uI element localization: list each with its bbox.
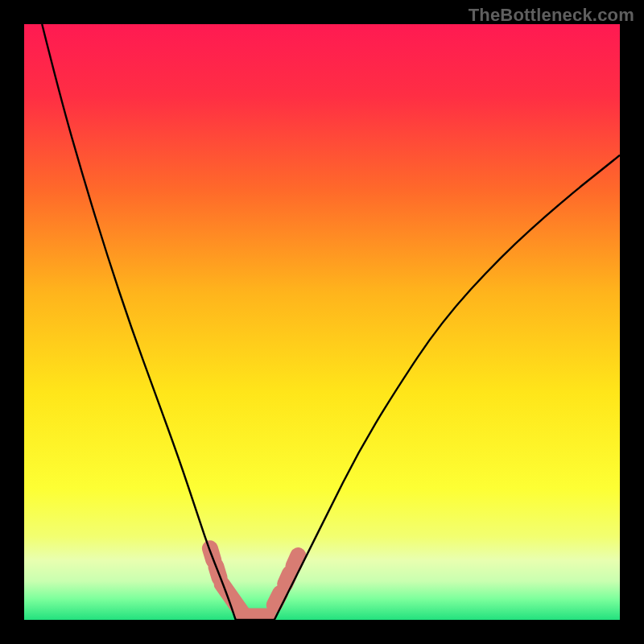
- plot-area: [24, 24, 620, 620]
- outer-frame: TheBottleneck.com: [0, 0, 644, 644]
- trough-marker-segment: [293, 555, 298, 566]
- watermark-text: TheBottleneck.com: [469, 5, 634, 26]
- trough-marker-segment: [285, 573, 290, 584]
- chart-svg: [24, 24, 620, 620]
- gradient-background: [24, 24, 620, 620]
- trough-marker-segment: [275, 593, 280, 605]
